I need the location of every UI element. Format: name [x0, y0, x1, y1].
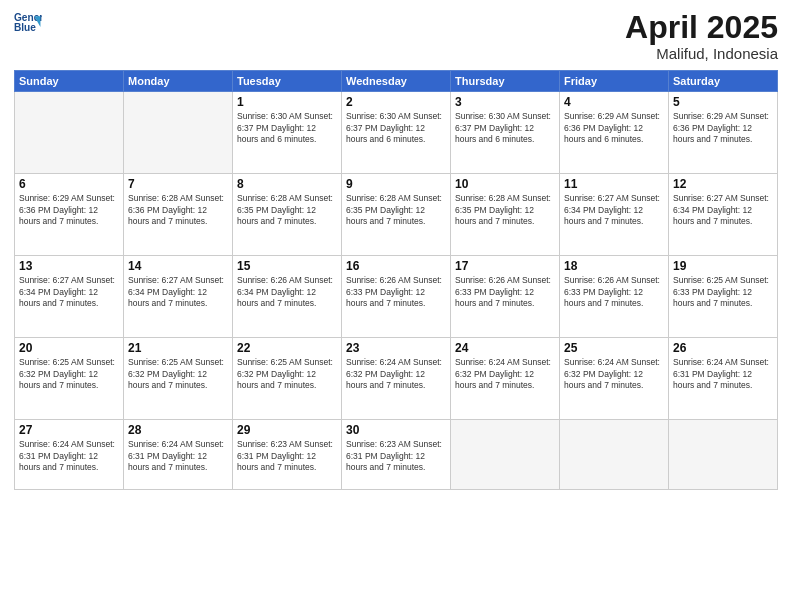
day-info: Sunrise: 6:29 AM Sunset: 6:36 PM Dayligh… [19, 193, 119, 227]
calendar-cell: 22Sunrise: 6:25 AM Sunset: 6:32 PM Dayli… [233, 338, 342, 420]
day-info: Sunrise: 6:28 AM Sunset: 6:35 PM Dayligh… [455, 193, 555, 227]
weekday-header-monday: Monday [124, 71, 233, 92]
weekday-header-saturday: Saturday [669, 71, 778, 92]
day-info: Sunrise: 6:26 AM Sunset: 6:33 PM Dayligh… [564, 275, 664, 309]
day-number: 13 [19, 259, 119, 273]
day-number: 15 [237, 259, 337, 273]
calendar-cell: 24Sunrise: 6:24 AM Sunset: 6:32 PM Dayli… [451, 338, 560, 420]
calendar-cell [669, 420, 778, 490]
day-info: Sunrise: 6:28 AM Sunset: 6:36 PM Dayligh… [128, 193, 228, 227]
svg-text:Blue: Blue [14, 22, 36, 33]
title-block: April 2025 Malifud, Indonesia [625, 10, 778, 62]
day-number: 9 [346, 177, 446, 191]
day-number: 29 [237, 423, 337, 437]
day-number: 27 [19, 423, 119, 437]
header: General Blue April 2025 Malifud, Indones… [14, 10, 778, 62]
day-number: 6 [19, 177, 119, 191]
calendar-cell [560, 420, 669, 490]
calendar-cell: 7Sunrise: 6:28 AM Sunset: 6:36 PM Daylig… [124, 174, 233, 256]
day-number: 26 [673, 341, 773, 355]
weekday-header-wednesday: Wednesday [342, 71, 451, 92]
day-info: Sunrise: 6:27 AM Sunset: 6:34 PM Dayligh… [19, 275, 119, 309]
day-info: Sunrise: 6:26 AM Sunset: 6:33 PM Dayligh… [455, 275, 555, 309]
day-number: 18 [564, 259, 664, 273]
calendar-cell: 16Sunrise: 6:26 AM Sunset: 6:33 PM Dayli… [342, 256, 451, 338]
day-number: 3 [455, 95, 555, 109]
calendar-cell: 27Sunrise: 6:24 AM Sunset: 6:31 PM Dayli… [15, 420, 124, 490]
calendar-cell: 2Sunrise: 6:30 AM Sunset: 6:37 PM Daylig… [342, 92, 451, 174]
weekday-header-tuesday: Tuesday [233, 71, 342, 92]
day-number: 7 [128, 177, 228, 191]
calendar-cell: 25Sunrise: 6:24 AM Sunset: 6:32 PM Dayli… [560, 338, 669, 420]
page: General Blue April 2025 Malifud, Indones… [0, 0, 792, 612]
calendar-cell: 29Sunrise: 6:23 AM Sunset: 6:31 PM Dayli… [233, 420, 342, 490]
day-info: Sunrise: 6:24 AM Sunset: 6:31 PM Dayligh… [128, 439, 228, 473]
day-info: Sunrise: 6:26 AM Sunset: 6:33 PM Dayligh… [346, 275, 446, 309]
day-info: Sunrise: 6:25 AM Sunset: 6:32 PM Dayligh… [128, 357, 228, 391]
calendar-cell: 21Sunrise: 6:25 AM Sunset: 6:32 PM Dayli… [124, 338, 233, 420]
day-info: Sunrise: 6:25 AM Sunset: 6:32 PM Dayligh… [19, 357, 119, 391]
calendar-cell: 10Sunrise: 6:28 AM Sunset: 6:35 PM Dayli… [451, 174, 560, 256]
logo: General Blue [14, 10, 44, 38]
day-number: 17 [455, 259, 555, 273]
day-number: 12 [673, 177, 773, 191]
day-info: Sunrise: 6:24 AM Sunset: 6:32 PM Dayligh… [455, 357, 555, 391]
calendar-cell: 17Sunrise: 6:26 AM Sunset: 6:33 PM Dayli… [451, 256, 560, 338]
day-number: 11 [564, 177, 664, 191]
day-info: Sunrise: 6:25 AM Sunset: 6:32 PM Dayligh… [237, 357, 337, 391]
calendar-cell: 19Sunrise: 6:25 AM Sunset: 6:33 PM Dayli… [669, 256, 778, 338]
calendar-cell: 4Sunrise: 6:29 AM Sunset: 6:36 PM Daylig… [560, 92, 669, 174]
calendar-cell: 9Sunrise: 6:28 AM Sunset: 6:35 PM Daylig… [342, 174, 451, 256]
calendar-cell: 26Sunrise: 6:24 AM Sunset: 6:31 PM Dayli… [669, 338, 778, 420]
calendar-cell: 6Sunrise: 6:29 AM Sunset: 6:36 PM Daylig… [15, 174, 124, 256]
calendar-cell: 14Sunrise: 6:27 AM Sunset: 6:34 PM Dayli… [124, 256, 233, 338]
weekday-header-thursday: Thursday [451, 71, 560, 92]
weekday-header-friday: Friday [560, 71, 669, 92]
day-info: Sunrise: 6:27 AM Sunset: 6:34 PM Dayligh… [673, 193, 773, 227]
day-info: Sunrise: 6:23 AM Sunset: 6:31 PM Dayligh… [237, 439, 337, 473]
month-title: April 2025 [625, 10, 778, 45]
calendar-cell: 3Sunrise: 6:30 AM Sunset: 6:37 PM Daylig… [451, 92, 560, 174]
calendar-cell: 1Sunrise: 6:30 AM Sunset: 6:37 PM Daylig… [233, 92, 342, 174]
calendar-cell: 28Sunrise: 6:24 AM Sunset: 6:31 PM Dayli… [124, 420, 233, 490]
day-number: 5 [673, 95, 773, 109]
day-number: 20 [19, 341, 119, 355]
day-number: 30 [346, 423, 446, 437]
calendar-cell: 11Sunrise: 6:27 AM Sunset: 6:34 PM Dayli… [560, 174, 669, 256]
day-info: Sunrise: 6:30 AM Sunset: 6:37 PM Dayligh… [455, 111, 555, 145]
day-number: 25 [564, 341, 664, 355]
day-number: 23 [346, 341, 446, 355]
day-info: Sunrise: 6:24 AM Sunset: 6:32 PM Dayligh… [564, 357, 664, 391]
day-info: Sunrise: 6:25 AM Sunset: 6:33 PM Dayligh… [673, 275, 773, 309]
day-number: 22 [237, 341, 337, 355]
calendar-cell [451, 420, 560, 490]
subtitle: Malifud, Indonesia [625, 45, 778, 62]
day-info: Sunrise: 6:30 AM Sunset: 6:37 PM Dayligh… [237, 111, 337, 145]
day-number: 19 [673, 259, 773, 273]
day-info: Sunrise: 6:24 AM Sunset: 6:32 PM Dayligh… [346, 357, 446, 391]
day-number: 14 [128, 259, 228, 273]
day-number: 16 [346, 259, 446, 273]
day-number: 21 [128, 341, 228, 355]
day-info: Sunrise: 6:24 AM Sunset: 6:31 PM Dayligh… [673, 357, 773, 391]
day-info: Sunrise: 6:26 AM Sunset: 6:34 PM Dayligh… [237, 275, 337, 309]
day-info: Sunrise: 6:24 AM Sunset: 6:31 PM Dayligh… [19, 439, 119, 473]
calendar: SundayMondayTuesdayWednesdayThursdayFrid… [14, 70, 778, 490]
calendar-cell [124, 92, 233, 174]
calendar-cell: 30Sunrise: 6:23 AM Sunset: 6:31 PM Dayli… [342, 420, 451, 490]
day-info: Sunrise: 6:29 AM Sunset: 6:36 PM Dayligh… [673, 111, 773, 145]
day-number: 28 [128, 423, 228, 437]
weekday-header-sunday: Sunday [15, 71, 124, 92]
calendar-cell [15, 92, 124, 174]
calendar-cell: 8Sunrise: 6:28 AM Sunset: 6:35 PM Daylig… [233, 174, 342, 256]
day-number: 4 [564, 95, 664, 109]
calendar-cell: 20Sunrise: 6:25 AM Sunset: 6:32 PM Dayli… [15, 338, 124, 420]
day-number: 8 [237, 177, 337, 191]
day-info: Sunrise: 6:28 AM Sunset: 6:35 PM Dayligh… [346, 193, 446, 227]
calendar-cell: 12Sunrise: 6:27 AM Sunset: 6:34 PM Dayli… [669, 174, 778, 256]
day-info: Sunrise: 6:28 AM Sunset: 6:35 PM Dayligh… [237, 193, 337, 227]
day-info: Sunrise: 6:27 AM Sunset: 6:34 PM Dayligh… [128, 275, 228, 309]
day-info: Sunrise: 6:23 AM Sunset: 6:31 PM Dayligh… [346, 439, 446, 473]
calendar-cell: 18Sunrise: 6:26 AM Sunset: 6:33 PM Dayli… [560, 256, 669, 338]
calendar-cell: 23Sunrise: 6:24 AM Sunset: 6:32 PM Dayli… [342, 338, 451, 420]
